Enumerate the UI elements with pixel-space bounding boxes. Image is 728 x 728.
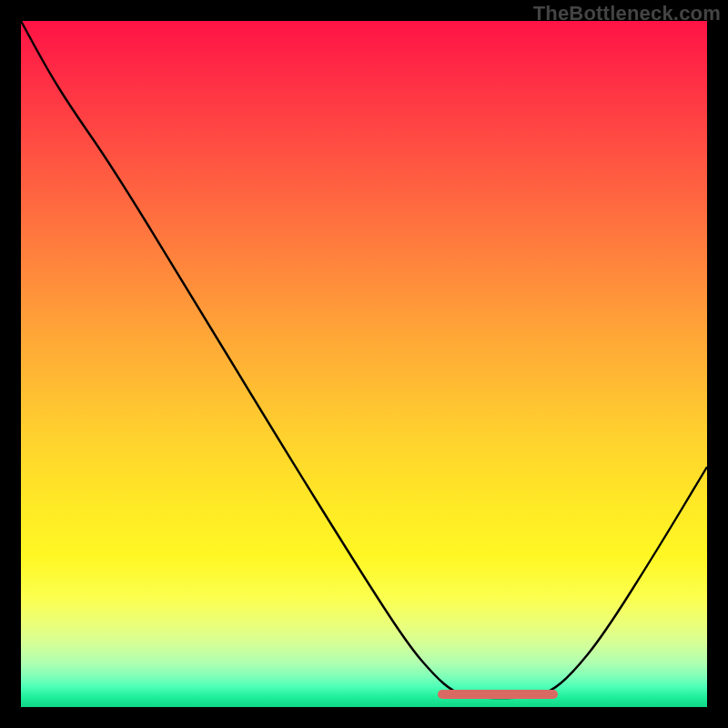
optimal-range-marker bbox=[438, 690, 558, 699]
chart-plot-area bbox=[21, 21, 707, 707]
bottleneck-gradient-background bbox=[21, 21, 707, 707]
